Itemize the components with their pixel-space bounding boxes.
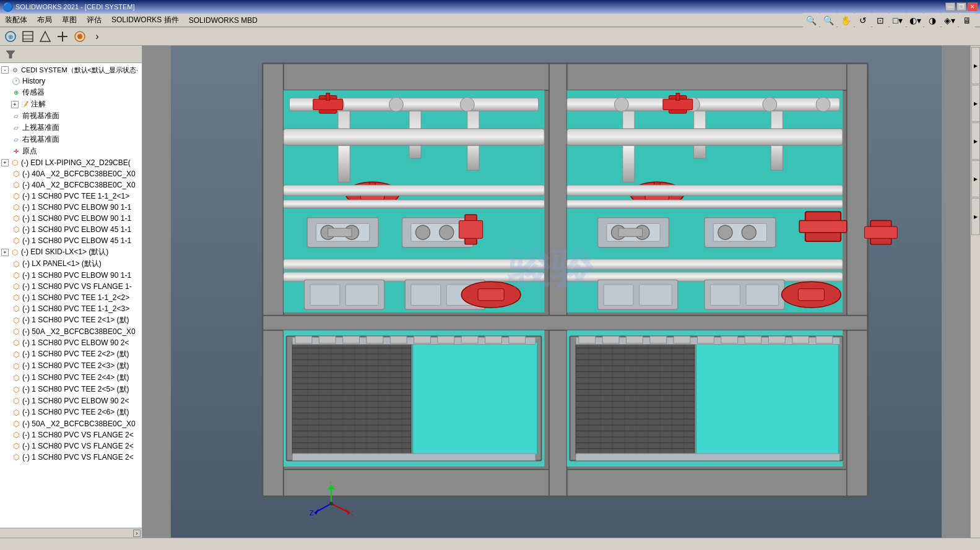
root-expand[interactable]: - bbox=[1, 66, 9, 74]
appearance-toolbar[interactable]: ◈▾ bbox=[942, 13, 958, 28]
tee-2-4-label: (-) 1 SCH80 PVC TEE 2<4> (默) bbox=[22, 372, 129, 383]
tee-2-3-label: (-) 1 SCH80 PVC TEE 2<3> (默) bbox=[22, 361, 129, 371]
annotations-expand[interactable]: + bbox=[11, 101, 19, 108]
elbow-90-2-label: (-) 1 SCH80 PVC ELBOW 90 1-1 bbox=[22, 214, 131, 223]
tree-item-vs-flange-1[interactable]: ⬡ (-) 1 SCH80 PVC VS FLANGE 1- bbox=[0, 281, 142, 292]
menu-sketch[interactable]: 草图 bbox=[57, 14, 82, 27]
pan-toolbar[interactable]: ✋ bbox=[838, 13, 854, 28]
vs-flange-1-icon: ⬡ bbox=[11, 281, 21, 291]
tb-btn-2[interactable] bbox=[20, 29, 36, 44]
svg-rect-138 bbox=[343, 336, 360, 343]
tb-btn-5[interactable] bbox=[72, 29, 88, 44]
tree-item-elbow-90-3[interactable]: ⬡ (-) 1 SCH80 PVC ELBOW 90 1-1 bbox=[0, 270, 142, 281]
right-plane-icon: ▱ bbox=[11, 135, 21, 145]
menu-assembly[interactable]: 装配体 bbox=[0, 14, 32, 27]
tree-item-lx-panel[interactable]: ⬡ (-) LX PANEL<1> (默认) bbox=[0, 258, 142, 270]
tree-item-edi-lx-piping[interactable]: + ⬡ (-) EDI LX-PIPING_X2_D29CBE( bbox=[0, 157, 142, 168]
svg-rect-184 bbox=[721, 336, 738, 343]
tree-item-elbow-45-2[interactable]: ⬡ (-) 1 SCH80 PVC ELBOW 45 1-1 bbox=[0, 235, 142, 246]
close-button[interactable]: ✕ bbox=[968, 2, 978, 11]
tree-item-vs-flange-2[interactable]: ⬡ (-) 1 SCH80 PVC VS FLANGE 2< bbox=[0, 429, 142, 440]
tb-btn-3[interactable] bbox=[37, 29, 53, 44]
lx-panel-label: (-) LX PANEL<1> (默认) bbox=[22, 259, 102, 269]
svg-rect-188 bbox=[816, 336, 833, 343]
tree-item-40a-1[interactable]: ⬡ (-) 40A _X2_BCFCBC38BE0C_X0 bbox=[0, 168, 142, 179]
tree-item-elbow-90-1[interactable]: ⬡ (-) 1 SCH80 PVC ELBOW 90 1-1 bbox=[0, 202, 142, 213]
tree-item-tee-2-3[interactable]: ⬡ (-) 1 SCH80 PVC TEE 2<3> (默) bbox=[0, 360, 142, 372]
annotations-icon: 📝 bbox=[20, 100, 30, 110]
display-toolbar[interactable]: ◐▾ bbox=[907, 13, 923, 28]
tree-item-annotations[interactable]: + 📝 注解 bbox=[0, 98, 142, 110]
tree-item-front-plane[interactable]: ▱ 前视基准面 bbox=[0, 110, 142, 122]
right-tab-5[interactable]: ▶ bbox=[971, 198, 980, 235]
tree-item-sensors[interactable]: ⊕ 传感器 bbox=[0, 87, 142, 98]
tree-item-history[interactable]: 🕐 History bbox=[0, 75, 142, 87]
screen-toolbar[interactable]: 🖥 bbox=[959, 13, 975, 28]
tb-btn-1[interactable]: ⊕ bbox=[2, 29, 19, 44]
svg-rect-27 bbox=[567, 98, 840, 111]
tree-item-40a-2[interactable]: ⬡ (-) 40A _X2_BCFCBC38BE0C_X0 bbox=[0, 179, 142, 191]
section-toolbar[interactable]: ◑ bbox=[924, 13, 940, 28]
tree-item-elbow-2c2[interactable]: ⬡ (-) 1 SCH80 PVC ELBOW 90 2< bbox=[0, 395, 142, 406]
zoom-out-toolbar[interactable]: 🔍 bbox=[820, 13, 836, 28]
minimize-button[interactable]: — bbox=[945, 2, 955, 11]
tb-more[interactable]: › bbox=[89, 29, 105, 44]
tree-item-origin[interactable]: ✛ 原点 bbox=[0, 145, 142, 157]
elbow-90-1-label: (-) 1 SCH80 PVC ELBOW 90 1-1 bbox=[22, 203, 131, 212]
svg-rect-54 bbox=[567, 185, 843, 196]
window-controls[interactable]: — ❐ ✕ bbox=[945, 2, 978, 11]
main-toolbar: ⊕ › bbox=[0, 27, 980, 46]
right-tab-4[interactable]: ▶ bbox=[971, 160, 980, 197]
svg-rect-2 bbox=[23, 32, 33, 41]
elbow-2c-label: (-) 1 SCH80 PVC ELBOW 90 2< bbox=[22, 338, 129, 347]
right-tab-2[interactable]: ▶ bbox=[971, 85, 980, 122]
maximize-button[interactable]: ❐ bbox=[956, 2, 966, 11]
tree-item-tee-2-5[interactable]: ⬡ (-) 1 SCH80 PVC TEE 2<5> (默) bbox=[0, 384, 142, 395]
right-tab-1[interactable]: ▶ bbox=[971, 47, 980, 84]
fit-toolbar[interactable]: ⊡ bbox=[872, 13, 888, 28]
svg-rect-75 bbox=[799, 221, 847, 233]
view-toolbar[interactable]: □▾ bbox=[890, 13, 906, 28]
sidebar-filter[interactable] bbox=[2, 47, 19, 62]
menu-evaluate[interactable]: 评估 bbox=[82, 14, 106, 27]
menu-solidworks-mbd[interactable]: SOLIDWORKS MBD bbox=[184, 15, 262, 26]
vs-flange-1-label: (-) 1 SCH80 PVC VS FLANGE 1- bbox=[22, 282, 132, 291]
tree-item-tee-12-3[interactable]: ⬡ (-) 1 SCH80 PVC TEE 1-1_2<3> bbox=[0, 303, 142, 314]
svg-rect-55 bbox=[567, 200, 843, 208]
tree-item-tee-2-6[interactable]: ⬡ (-) 1 SCH80 PVC TEE 2<6> (默) bbox=[0, 406, 142, 418]
tree-item-elbow-2c[interactable]: ⬡ (-) 1 SCH80 PVC ELBOW 90 2< bbox=[0, 337, 142, 348]
hscroll-right[interactable]: › bbox=[133, 530, 141, 537]
tree-item-top-plane[interactable]: ▱ 上视基准面 bbox=[0, 122, 142, 134]
rotate-toolbar[interactable]: ↺ bbox=[855, 13, 871, 28]
tree-item-tee-2-1[interactable]: ⬡ (-) 1 SCH80 PVC TEE 2<1> (默) bbox=[0, 314, 142, 326]
tree-item-vs-flange-2c[interactable]: ⬡ (-) 1 SCH80 PVC VS FLANGE 2< bbox=[0, 452, 142, 463]
tree-item-tee-12-2[interactable]: ⬡ (-) 1 SCH80 PVC TEE 1-1_2<2> bbox=[0, 292, 142, 303]
tb-btn-4[interactable] bbox=[54, 29, 71, 44]
menu-layout[interactable]: 布局 bbox=[32, 14, 57, 27]
tree-item-edi-skid[interactable]: + ⬡ (-) EDI SKID-LX<1> (默认) bbox=[0, 246, 142, 258]
viewport[interactable]: 骏骏 X Y Z bbox=[142, 46, 970, 538]
svg-text:Z: Z bbox=[310, 509, 314, 517]
edi-skid-label: (-) EDI SKID-LX<1> (默认) bbox=[21, 247, 108, 257]
tree-item-tee-1[interactable]: ⬡ (-) 1 SCH80 PVC TEE 1-1_2<1> bbox=[0, 191, 142, 202]
tree-view[interactable]: - ⚙ CEDI SYSTEM（默认<默认_显示状态· 🕐 History ⊕ … bbox=[0, 63, 142, 528]
svg-rect-92 bbox=[411, 285, 441, 306]
sidebar-hscrollbar[interactable]: › bbox=[0, 528, 142, 538]
tree-item-tee-2-4[interactable]: ⬡ (-) 1 SCH80 PVC TEE 2<4> (默) bbox=[0, 372, 142, 384]
tree-item-tee-2-2[interactable]: ⬡ (-) 1 SCH80 PVC TEE 2<2> (默) bbox=[0, 348, 142, 360]
tree-item-50a[interactable]: ⬡ (-) 50A _X2_BCFCBC38BE0C_X0 bbox=[0, 326, 142, 337]
tree-item-right-plane[interactable]: ▱ 右视基准面 bbox=[0, 134, 142, 145]
elbow-45-1-icon: ⬡ bbox=[11, 225, 21, 234]
tree-item-elbow-45-1[interactable]: ⬡ (-) 1 SCH80 PVC ELBOW 45 1-1 bbox=[0, 224, 142, 235]
svg-rect-86 bbox=[567, 259, 843, 270]
edi-skid-expand[interactable]: + bbox=[1, 249, 9, 256]
zoom-in-toolbar[interactable]: 🔍 bbox=[803, 13, 819, 28]
tree-root[interactable]: - ⚙ CEDI SYSTEM（默认<默认_显示状态· bbox=[0, 64, 142, 75]
edi-lx-expand[interactable]: + bbox=[1, 159, 9, 166]
tree-item-50a-2[interactable]: ⬡ (-) 50A _X2_BCFCBC38BE0C_X0 bbox=[0, 418, 142, 429]
tree-item-vs-flange-2b[interactable]: ⬡ (-) 1 SCH80 PVC VS FLANGE 2< bbox=[0, 440, 142, 452]
svg-point-30 bbox=[763, 97, 777, 111]
right-tab-3[interactable]: ▶ bbox=[971, 122, 980, 160]
menu-solidworks-plugin[interactable]: SOLIDWORKS 插件 bbox=[106, 14, 184, 27]
tree-item-elbow-90-2[interactable]: ⬡ (-) 1 SCH80 PVC ELBOW 90 1-1 bbox=[0, 213, 142, 224]
